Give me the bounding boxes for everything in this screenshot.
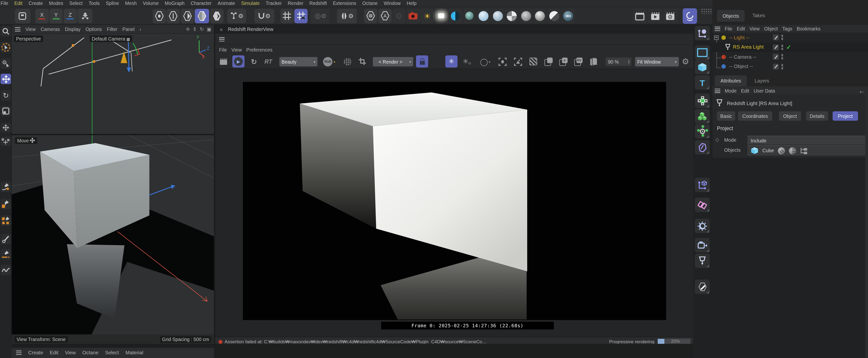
dolly-icon[interactable]: ⇕	[193, 26, 197, 32]
null-color-dot[interactable]	[721, 35, 726, 40]
material-mix-icon[interactable]: MIX	[562, 8, 575, 23]
vp-menu-view[interactable]: View	[26, 26, 36, 32]
om-menu-tags[interactable]: Tags	[782, 26, 792, 32]
rv-menu-preferences[interactable]: Preferences	[246, 47, 273, 53]
scale-tool-icon[interactable]	[0, 106, 11, 116]
visibility-dots-icon[interactable]	[781, 44, 783, 50]
dither-icon[interactable]	[341, 55, 353, 67]
tab-button-coordinates[interactable]: Coordinates	[738, 111, 772, 121]
snapshot-freeze-icon[interactable]: ✳	[445, 55, 458, 67]
spline-rectangle-icon[interactable]	[695, 46, 710, 60]
freeze-g-icon[interactable]: ✳G	[461, 55, 473, 67]
menu-volume[interactable]: Volume	[143, 0, 159, 6]
mode-polygons-icon[interactable]	[181, 8, 194, 23]
bottom-menu-view[interactable]: View	[65, 350, 76, 356]
tab-objects[interactable]: Objects	[717, 10, 745, 22]
mode-dropdown[interactable]: Include	[747, 136, 868, 144]
camera-label[interactable]: Default Camera ▦	[90, 35, 132, 42]
axis-band-icon[interactable]	[78, 8, 92, 23]
focus-image-icon[interactable]	[512, 55, 524, 67]
renderview-menu-icon[interactable]	[219, 37, 225, 41]
rectangle-pen-icon[interactable]	[0, 199, 11, 209]
menu-tracker[interactable]: Tracker	[266, 0, 282, 6]
layer-tag-icon[interactable]	[773, 44, 779, 50]
menu-select[interactable]: Select	[69, 0, 83, 6]
axis-y-button[interactable]: Y	[49, 8, 63, 23]
attr-menu-userdata[interactable]: User Data	[754, 88, 775, 93]
vp-menu-display[interactable]: Display	[65, 26, 81, 32]
material-checker-icon[interactable]	[505, 8, 518, 23]
om-menu-view[interactable]: View	[749, 26, 760, 32]
field-icon[interactable]	[695, 94, 710, 108]
close-icon[interactable]: ×	[220, 26, 223, 32]
bottom-menu-octane[interactable]: Octane	[83, 350, 98, 356]
layers-add-icon[interactable]: +	[557, 55, 569, 67]
layers-image-icon[interactable]	[542, 55, 554, 67]
knife-tool-icon[interactable]	[0, 234, 11, 244]
null-color-dot[interactable]	[721, 64, 726, 69]
attr-menu-mode[interactable]: Mode	[725, 88, 737, 93]
sun-light-icon[interactable]: ☀	[421, 8, 434, 23]
tab-button-object[interactable]: Object	[779, 111, 801, 121]
menu-extensions[interactable]: Extensions	[333, 0, 356, 6]
viewport-solo-icon[interactable]	[15, 8, 30, 23]
axis-cube-icon[interactable]	[695, 178, 710, 192]
om-menu-file[interactable]: File	[725, 26, 732, 32]
primitive-hex-icon[interactable]	[364, 8, 377, 23]
render-camera-dropdown[interactable]: < Render >▾	[373, 57, 413, 66]
copy-page-icon[interactable]	[588, 55, 600, 67]
zoom-search-icon[interactable]	[0, 26, 11, 37]
viewport-bottom-view[interactable]: Move	[11, 135, 214, 334]
om-menu-bookmarks[interactable]: Bookmarks	[797, 26, 820, 32]
objects-item-label[interactable]: Cube	[762, 148, 774, 153]
layer-tag-icon[interactable]	[773, 54, 779, 60]
tweak-selection-icon[interactable]: ⚙	[0, 58, 11, 69]
tree-row-camera[interactable]: -- Camera --	[712, 52, 868, 62]
tab-button-details[interactable]: Details	[806, 111, 828, 121]
sketch-tool-icon[interactable]	[0, 265, 11, 275]
visibility-dots-icon[interactable]	[781, 64, 783, 70]
grid-snap-lock-icon[interactable]	[294, 8, 308, 23]
om-menu-icon[interactable]	[715, 27, 720, 31]
cube-primitive-icon[interactable]	[695, 60, 710, 74]
layer-tag-icon[interactable]	[773, 64, 779, 70]
axis-z-button[interactable]: Z	[64, 8, 77, 23]
vp-menu-filter[interactable]: Filter	[107, 26, 118, 32]
generator-icon[interactable]: ⚙	[695, 124, 710, 139]
vp-menu-options[interactable]: Options	[85, 26, 102, 32]
snapshot-icon[interactable]	[217, 55, 229, 67]
material-sphere-icon[interactable]	[519, 8, 533, 23]
live-selection-icon[interactable]	[0, 42, 11, 53]
tree-label[interactable]: -- Light --	[729, 35, 749, 40]
layer-tag-icon[interactable]	[773, 34, 779, 40]
menu-spline[interactable]: Spline	[106, 0, 119, 6]
right-scrollbar[interactable]	[865, 86, 868, 358]
teal-sphere-icon[interactable]	[463, 8, 476, 23]
render-play-icon[interactable]	[648, 8, 662, 23]
volume-builder-icon[interactable]	[695, 109, 710, 123]
bucket-grid-icon[interactable]	[431, 55, 443, 67]
attr-menu-icon[interactable]	[715, 88, 720, 93]
collapse-icon[interactable]	[714, 35, 719, 40]
rgb-channel-dropdown[interactable]: RGB ▾	[319, 55, 339, 67]
menu-edit[interactable]: Edit	[14, 0, 22, 6]
zoom-spinner[interactable]: 90 % ▲▼	[605, 57, 632, 66]
menu-octane[interactable]: Octane	[362, 0, 378, 6]
mode-points-icon[interactable]	[152, 8, 165, 23]
primitive-hex-a-icon[interactable]: A	[378, 8, 392, 23]
coordinates-icon[interactable]	[695, 26, 710, 40]
bottom-menu-edit[interactable]: Edit	[50, 350, 58, 356]
axis-x-button[interactable]: X	[35, 8, 49, 23]
mode-model-icon[interactable]	[195, 8, 209, 23]
tab-takes[interactable]: Takes	[752, 13, 765, 19]
viewport-top-view[interactable]: Perspective Default Camera ▦ Y Z X	[11, 34, 214, 134]
shader-sphere-icon[interactable]	[789, 147, 796, 154]
bottom-menu-create[interactable]: Create	[28, 350, 43, 356]
menu-window[interactable]: Window	[384, 0, 401, 6]
rv-menu-file[interactable]: File	[219, 47, 227, 53]
bottom-menu-material[interactable]: Material	[126, 350, 143, 356]
shader-sphere-icon[interactable]	[778, 147, 785, 154]
layers-pv-icon[interactable]: PV	[572, 55, 584, 67]
material-sphere-icon[interactable]	[491, 8, 504, 23]
menu-file[interactable]: File	[0, 0, 8, 6]
